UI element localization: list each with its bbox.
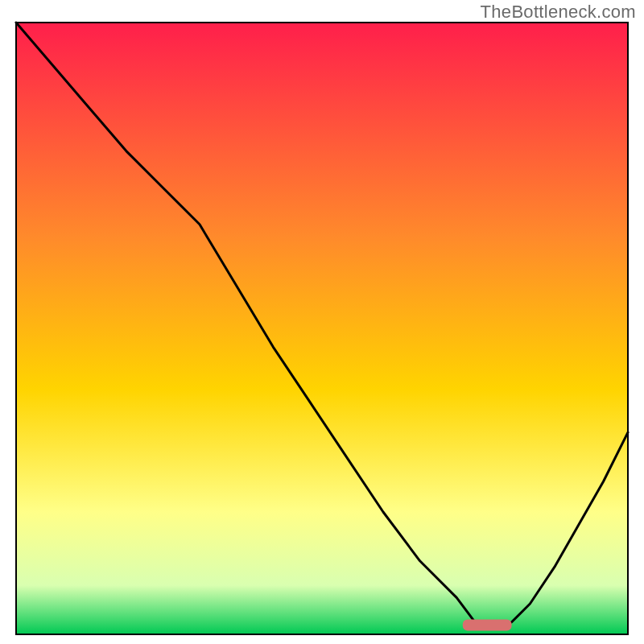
bottleneck-chart [0,0,644,644]
optimal-marker [463,620,512,631]
watermark-label: TheBottleneck.com [481,2,636,23]
chart-container: TheBottleneck.com [0,0,644,644]
plot-background [16,23,628,634]
